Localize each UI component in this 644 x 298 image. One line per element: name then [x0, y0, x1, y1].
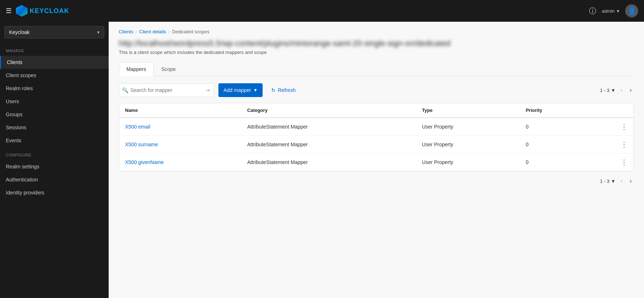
logo-text: KEYCLOAK — [30, 7, 69, 15]
refresh-icon: ↻ — [271, 87, 276, 93]
sidebar-item-users[interactable]: Users — [0, 95, 109, 108]
kebab-menu-1[interactable]: ⋮ — [588, 136, 633, 154]
refresh-label: Refresh — [278, 87, 296, 93]
sidebar-item-client-scopes[interactable]: Client scopes — [0, 69, 109, 82]
link-name-1[interactable]: X500 surname — [125, 142, 158, 147]
page-size-select[interactable]: 1 - 3 ▼ — [600, 88, 615, 93]
cell-type-0: User Property — [416, 118, 520, 136]
search-box: 🔍 → — [119, 83, 214, 97]
sidebar-item-users-label: Users — [6, 98, 19, 104]
topnav: ☰ KEYCLOAK ⓘ admin ▾ 👤 — [0, 0, 644, 22]
col-category: Category — [241, 103, 416, 118]
breadcrumb-client-details[interactable]: Client details — [139, 29, 166, 34]
logo-cloak: CLOAK — [44, 7, 69, 14]
search-input[interactable] — [130, 87, 203, 93]
page-prev-button[interactable]: ‹ — [618, 86, 624, 94]
sidebar-item-identity-providers[interactable]: Identity providers — [0, 186, 109, 199]
sidebar-item-identity-providers-label: Identity providers — [6, 190, 45, 196]
table-row: X500 surname AttributeStatement Mapper U… — [119, 136, 633, 154]
manage-section-label: Manage — [0, 43, 109, 56]
col-name: Name — [119, 103, 241, 118]
user-dropdown-arrow: ▾ — [617, 8, 619, 14]
table-row: X500 email AttributeStatement Mapper Use… — [119, 118, 633, 136]
sidebar-item-clients-label: Clients — [7, 59, 22, 65]
mappers-table: Name Category Type Priority X500 email A… — [119, 103, 634, 171]
sidebar-item-sessions[interactable]: Sessions — [0, 121, 109, 134]
link-name-0[interactable]: X500 email — [125, 124, 150, 130]
cell-name-0: X500 email — [119, 118, 241, 136]
sidebar-item-events[interactable]: Events — [0, 134, 109, 147]
sidebar-item-client-scopes-label: Client scopes — [6, 72, 36, 78]
cell-category-2: AttributeStatement Mapper — [241, 154, 416, 171]
bottom-page-next-button[interactable]: › — [628, 177, 634, 185]
cell-priority-1: 0 — [520, 136, 588, 154]
cell-type-1: User Property — [416, 136, 520, 154]
page-next-button[interactable]: › — [628, 86, 634, 94]
pagination-count: 1 - 3 — [600, 88, 609, 93]
page-title: http://localhost/wordpress5.5/wp-content… — [119, 39, 634, 48]
search-arrow-icon[interactable]: → — [205, 87, 211, 93]
sidebar-item-authentication[interactable]: Authentication — [0, 173, 109, 186]
cell-category-1: AttributeStatement Mapper — [241, 136, 416, 154]
bottom-pagination-count: 1 - 3 — [600, 179, 609, 184]
col-priority: Priority — [520, 103, 588, 118]
realm-arrow: ▾ — [97, 29, 100, 35]
user-label: admin — [602, 8, 615, 14]
pagination-dropdown-arrow: ▼ — [611, 88, 615, 93]
table-header-row: Name Category Type Priority — [119, 103, 633, 118]
page-subtitle: This is a client scope which includes th… — [119, 50, 634, 55]
realm-selector[interactable]: Keycloak ▾ — [4, 26, 104, 38]
sidebar-item-realm-settings[interactable]: Realm settings — [0, 160, 109, 173]
col-actions — [588, 103, 633, 118]
kebab-menu-0[interactable]: ⋮ — [588, 118, 633, 136]
sidebar-item-sessions-label: Sessions — [6, 125, 26, 130]
cell-category-0: AttributeStatement Mapper — [241, 118, 416, 136]
configure-section-label: Configure — [0, 147, 109, 160]
tab-mappers[interactable]: Mappers — [119, 62, 154, 76]
add-mapper-label: Add mapper — [223, 87, 251, 93]
breadcrumb-sep-2: › — [168, 29, 170, 34]
add-mapper-button[interactable]: Add mapper ▼ — [218, 83, 263, 97]
kebab-menu-2[interactable]: ⋮ — [588, 154, 633, 171]
help-icon[interactable]: ⓘ — [589, 6, 596, 16]
cell-name-2: X500 givenName — [119, 154, 241, 171]
pagination-top: 1 - 3 ▼ ‹ › — [600, 86, 634, 94]
breadcrumb-clients[interactable]: Clients — [119, 29, 133, 34]
bottom-page-size-select[interactable]: 1 - 3 ▼ — [600, 179, 615, 184]
sidebar-item-events-label: Events — [6, 138, 21, 143]
logo-icon — [16, 5, 28, 17]
cell-name-1: X500 surname — [119, 136, 241, 154]
tab-scope[interactable]: Scope — [154, 62, 183, 76]
col-type: Type — [416, 103, 520, 118]
refresh-button[interactable]: ↻ Refresh — [267, 84, 300, 96]
hamburger-icon[interactable]: ☰ — [6, 7, 12, 15]
table-row: X500 givenName AttributeStatement Mapper… — [119, 154, 633, 171]
sidebar-item-groups-label: Groups — [6, 112, 22, 117]
bottom-page-prev-button[interactable]: ‹ — [618, 177, 624, 185]
breadcrumb-current: Dedicated scopes — [172, 29, 209, 34]
sidebar-item-realm-settings-label: Realm settings — [6, 164, 39, 169]
logo: KEYCLOAK — [16, 5, 69, 17]
avatar[interactable]: 👤 — [625, 4, 638, 17]
cell-priority-2: 0 — [520, 154, 588, 171]
realm-name: Keycloak — [9, 29, 30, 35]
cell-type-2: User Property — [416, 154, 520, 171]
pagination-bottom: 1 - 3 ▼ ‹ › — [119, 171, 634, 186]
bottom-pagination-arrow: ▼ — [611, 179, 615, 184]
tab-mappers-label: Mappers — [126, 66, 146, 72]
sidebar-item-authentication-label: Authentication — [6, 177, 38, 182]
main-content: Clients › Client details › Dedicated sco… — [109, 22, 644, 298]
sidebar-item-realm-roles[interactable]: Realm roles — [0, 82, 109, 95]
breadcrumb-sep-1: › — [135, 29, 137, 34]
toolbar: 🔍 → Add mapper ▼ ↻ Refresh 1 - 3 ▼ ‹ › — [119, 83, 634, 97]
tabs: Mappers Scope — [119, 62, 634, 76]
breadcrumb: Clients › Client details › Dedicated sco… — [119, 29, 634, 34]
add-mapper-dropdown-arrow: ▼ — [253, 88, 258, 93]
sidebar-item-groups[interactable]: Groups — [0, 108, 109, 121]
sidebar: Keycloak ▾ Manage Clients Client scopes … — [0, 22, 109, 298]
sidebar-item-realm-roles-label: Realm roles — [6, 85, 33, 91]
sidebar-item-clients[interactable]: Clients — [0, 56, 109, 69]
link-name-2[interactable]: X500 givenName — [125, 159, 164, 165]
logo-key: KEY — [30, 7, 44, 14]
user-dropdown[interactable]: admin ▾ — [602, 8, 619, 14]
